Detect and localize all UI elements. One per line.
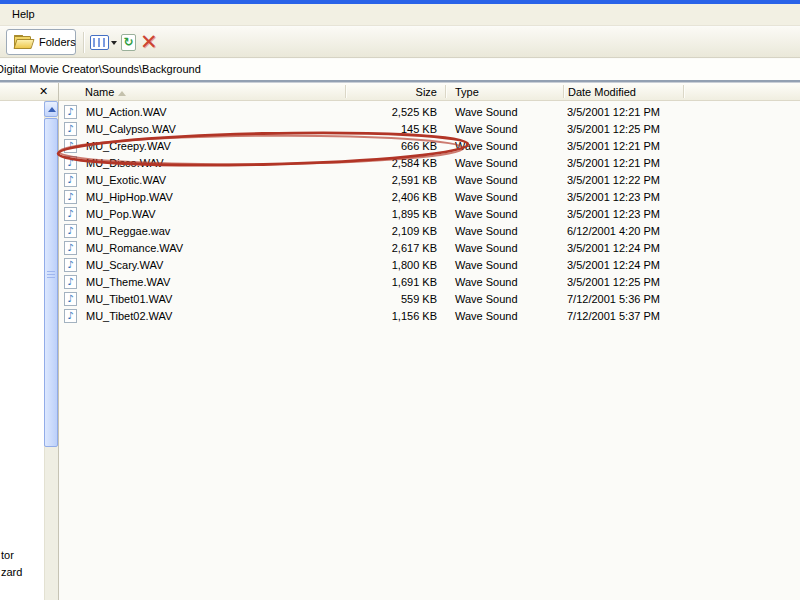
file-date-modified: 3/5/2001 12:22 PM (567, 174, 660, 186)
audio-file-icon: ♪ (64, 156, 77, 170)
file-list: ♪MU_Action.WAV2,525 KBWave Sound3/5/2001… (58, 104, 800, 325)
file-row[interactable]: ♪MU_Pop.WAV1,895 KBWave Sound3/5/2001 12… (58, 206, 800, 223)
file-size: 2,525 KB (338, 106, 437, 118)
file-date-modified: 3/5/2001 12:21 PM (567, 140, 660, 152)
views-icon[interactable] (90, 35, 109, 50)
column-divider[interactable] (345, 85, 346, 98)
views-dropdown-icon[interactable] (111, 41, 117, 45)
file-name: MU_Tibet01.WAV (86, 293, 172, 305)
file-type: Wave Sound (455, 310, 518, 322)
file-name: MU_Creepy.WAV (86, 140, 171, 152)
tree-item-fragment[interactable]: zard (1, 566, 22, 578)
file-type: Wave Sound (455, 225, 518, 237)
file-size: 1,895 KB (338, 208, 437, 220)
file-size: 2,617 KB (338, 242, 437, 254)
file-date-modified: 3/5/2001 12:24 PM (567, 259, 660, 271)
column-header-size[interactable]: Size (338, 86, 437, 98)
file-name: MU_Action.WAV (86, 106, 167, 118)
file-row[interactable]: ♪MU_Disco.WAV2,584 KBWave Sound3/5/2001 … (58, 155, 800, 172)
file-name: MU_Pop.WAV (86, 208, 156, 220)
column-header-date-modified[interactable]: Date Modified (568, 86, 636, 98)
file-size: 2,109 KB (338, 225, 437, 237)
file-type: Wave Sound (455, 174, 518, 186)
file-row[interactable]: ♪MU_Scary.WAV1,800 KBWave Sound3/5/2001 … (58, 257, 800, 274)
audio-file-icon: ♪ (64, 241, 77, 255)
toolbar: Folders ↻ ✕ (0, 27, 800, 58)
file-row[interactable]: ♪MU_Action.WAV2,525 KBWave Sound3/5/2001… (58, 104, 800, 121)
close-icon[interactable]: ✕ (39, 85, 48, 98)
file-name: MU_Reggae.wav (86, 225, 170, 237)
file-date-modified: 3/5/2001 12:24 PM (567, 242, 660, 254)
file-type: Wave Sound (455, 259, 518, 271)
folder-icon (13, 35, 33, 50)
column-divider[interactable] (563, 85, 564, 98)
file-date-modified: 3/5/2001 12:23 PM (567, 191, 660, 203)
file-name: MU_Romance.WAV (86, 242, 183, 254)
sidebar-header: ✕ (0, 83, 58, 101)
file-row[interactable]: ♪MU_HipHop.WAV2,406 KBWave Sound3/5/2001… (58, 189, 800, 206)
file-row[interactable]: ♪MU_Romance.WAV2,617 KBWave Sound3/5/200… (58, 240, 800, 257)
file-type: Wave Sound (455, 276, 518, 288)
file-row[interactable]: ♪MU_Creepy.WAV666 KBWave Sound3/5/2001 1… (58, 138, 800, 155)
file-size: 1,800 KB (338, 259, 437, 271)
sort-ascending-icon (118, 91, 126, 96)
folders-button-label: Folders (39, 36, 76, 48)
file-date-modified: 7/12/2001 5:37 PM (567, 310, 660, 322)
file-size: 145 KB (338, 123, 437, 135)
file-type: Wave Sound (455, 293, 518, 305)
file-date-modified: 3/5/2001 12:21 PM (567, 106, 660, 118)
delete-icon[interactable]: ✕ (140, 29, 158, 55)
file-type: Wave Sound (455, 140, 518, 152)
audio-file-icon: ♪ (64, 275, 77, 289)
address-path: Digital Movie Creator\Sounds\Background (0, 63, 201, 75)
sidebar-scrollbar-up-button[interactable] (44, 101, 58, 117)
file-type: Wave Sound (455, 123, 518, 135)
file-size: 2,584 KB (338, 157, 437, 169)
audio-file-icon: ♪ (64, 309, 77, 323)
file-name: MU_Tibet02.WAV (86, 310, 172, 322)
file-type: Wave Sound (455, 242, 518, 254)
file-name: MU_Exotic.WAV (86, 174, 166, 186)
file-size: 2,406 KB (338, 191, 437, 203)
sidebar-scrollbar-thumb[interactable] (44, 118, 58, 447)
file-name: MU_HipHop.WAV (86, 191, 173, 203)
refresh-icon[interactable]: ↻ (121, 34, 136, 51)
audio-file-icon: ♪ (64, 122, 77, 136)
audio-file-icon: ♪ (64, 105, 77, 119)
menu-bar: Help (0, 4, 800, 26)
column-divider[interactable] (683, 85, 684, 98)
file-date-modified: 3/5/2001 12:25 PM (567, 276, 660, 288)
file-size: 1,691 KB (338, 276, 437, 288)
file-type: Wave Sound (455, 191, 518, 203)
audio-file-icon: ♪ (64, 139, 77, 153)
file-row[interactable]: ♪MU_Calypso.WAV145 KBWave Sound3/5/2001 … (58, 121, 800, 138)
file-type: Wave Sound (455, 208, 518, 220)
address-bar[interactable]: Digital Movie Creator\Sounds\Background (0, 59, 800, 80)
file-type: Wave Sound (455, 157, 518, 169)
file-date-modified: 6/12/2001 4:20 PM (567, 225, 660, 237)
menu-item-help[interactable]: Help (0, 4, 45, 26)
file-size: 2,591 KB (338, 174, 437, 186)
tree-item-fragment[interactable]: tor (1, 549, 14, 561)
column-divider[interactable] (445, 85, 446, 98)
scrollbar-grip (47, 271, 55, 279)
file-date-modified: 3/5/2001 12:21 PM (567, 157, 660, 169)
file-row[interactable]: ♪MU_Tibet01.WAV559 KBWave Sound7/12/2001… (58, 291, 800, 308)
column-header-type[interactable]: Type (455, 86, 479, 98)
file-name: MU_Calypso.WAV (86, 123, 176, 135)
audio-file-icon: ♪ (64, 190, 77, 204)
file-date-modified: 3/5/2001 12:25 PM (567, 123, 660, 135)
file-name: MU_Theme.WAV (86, 276, 170, 288)
file-date-modified: 7/12/2001 5:36 PM (567, 293, 660, 305)
file-row[interactable]: ♪MU_Theme.WAV1,691 KBWave Sound3/5/2001 … (58, 274, 800, 291)
folders-toggle-button[interactable]: Folders (6, 29, 76, 55)
file-row[interactable]: ♪MU_Reggae.wav2,109 KBWave Sound6/12/200… (58, 223, 800, 240)
column-header-name[interactable]: Name (85, 86, 114, 98)
file-name: MU_Disco.WAV (86, 157, 164, 169)
audio-file-icon: ♪ (64, 173, 77, 187)
audio-file-icon: ♪ (64, 207, 77, 221)
file-row[interactable]: ♪MU_Exotic.WAV2,591 KBWave Sound3/5/2001… (58, 172, 800, 189)
audio-file-icon: ♪ (64, 224, 77, 238)
file-row[interactable]: ♪MU_Tibet02.WAV1,156 KBWave Sound7/12/20… (58, 308, 800, 325)
file-size: 559 KB (338, 293, 437, 305)
